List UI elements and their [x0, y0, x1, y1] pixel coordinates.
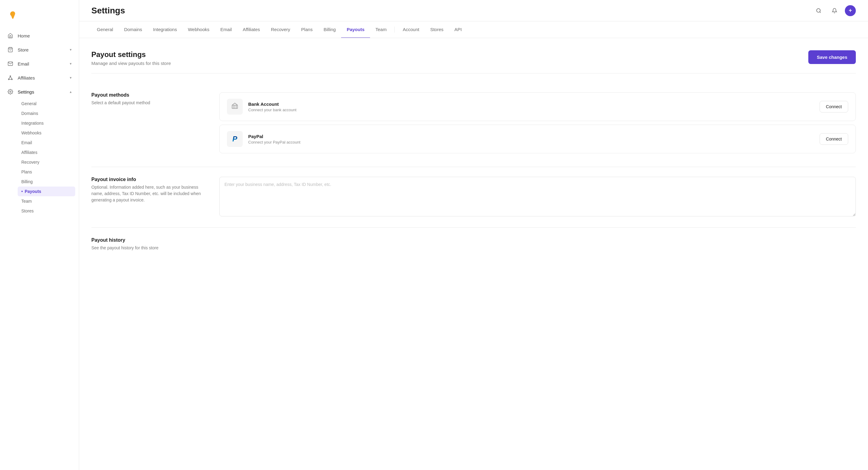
tab-recovery[interactable]: Recovery: [266, 21, 296, 38]
subnav-recovery[interactable]: Recovery: [18, 157, 75, 167]
payout-invoice-title: Payout invoice info: [91, 177, 207, 182]
payout-history-title: Payout history: [91, 237, 207, 243]
tab-separator: [394, 27, 395, 33]
tab-affiliates[interactable]: Affiliates: [237, 21, 265, 38]
store-icon: [7, 47, 13, 53]
tab-integrations[interactable]: Integrations: [148, 21, 182, 38]
svg-line-9: [819, 11, 820, 12]
svg-point-8: [816, 8, 820, 12]
sidebar-item-home[interactable]: Home: [0, 29, 79, 43]
payout-methods-subtitle: Select a default payout method: [91, 100, 207, 106]
bank-account-description: Connect your bank account: [248, 108, 814, 112]
settings-subnav: General Domains Integrations Webhooks Em…: [0, 99, 79, 218]
sidebar-item-email[interactable]: Email ▾: [0, 57, 79, 71]
tab-stores[interactable]: Stores: [425, 21, 449, 38]
payout-methods-content: Bank Account Connect your bank account C…: [219, 92, 856, 157]
sidebar-navigation: Home Store ▾ Email ▾ Affiliates ▾: [0, 29, 79, 464]
tab-api[interactable]: API: [449, 21, 467, 38]
tab-general[interactable]: General: [91, 21, 119, 38]
sidebar-item-affiliates[interactable]: Affiliates ▾: [0, 71, 79, 85]
email-chevron-icon: ▾: [70, 62, 71, 66]
payout-history-label: Payout history See the payout history fo…: [91, 237, 207, 251]
tab-billing[interactable]: Billing: [318, 21, 341, 38]
tab-domains[interactable]: Domains: [119, 21, 147, 38]
subnav-affiliates[interactable]: Affiliates: [18, 148, 75, 157]
email-icon: [7, 61, 13, 67]
subnav-plans[interactable]: Plans: [18, 167, 75, 177]
payout-invoice-content: [219, 177, 856, 217]
affiliates-chevron-icon: ▾: [70, 76, 71, 80]
sidebar-item-settings[interactable]: Settings ▴: [0, 85, 79, 99]
store-chevron-icon: ▾: [70, 48, 71, 52]
bank-connect-button[interactable]: Connect: [819, 101, 848, 113]
paypal-name: PayPal: [248, 134, 814, 139]
notifications-button[interactable]: [829, 5, 840, 16]
tab-team[interactable]: Team: [370, 21, 392, 38]
tab-navigation: General Domains Integrations Webhooks Em…: [79, 21, 868, 38]
main-content: Settings + General Domains Integrations …: [79, 0, 868, 470]
page-header: Settings +: [79, 0, 868, 21]
payout-methods-row: Payout methods Select a default payout m…: [91, 83, 856, 167]
sidebar-item-store-label: Store: [18, 47, 29, 52]
logo: [0, 6, 79, 29]
page-content: Payout settings Manage and view payouts …: [79, 38, 868, 470]
payout-history-content: [219, 237, 856, 251]
tab-payouts[interactable]: Payouts: [341, 21, 370, 38]
subnav-team[interactable]: Team: [18, 196, 75, 206]
payout-history-subtitle: See the payout history for this store: [91, 245, 207, 251]
payout-invoice-label: Payout invoice info Optional. Informatio…: [91, 177, 207, 217]
payout-methods-title: Payout methods: [91, 92, 207, 98]
bank-account-card: Bank Account Connect your bank account C…: [219, 92, 856, 121]
svg-point-1: [10, 76, 11, 77]
subnav-domains[interactable]: Domains: [18, 109, 75, 118]
bank-account-info: Bank Account Connect your bank account: [248, 101, 814, 112]
paypal-icon: P: [232, 135, 237, 143]
tab-email[interactable]: Email: [215, 21, 238, 38]
tab-webhooks[interactable]: Webhooks: [182, 21, 215, 38]
header-actions: +: [813, 5, 856, 16]
tab-plans[interactable]: Plans: [296, 21, 318, 38]
page-section-header: Payout settings Manage and view payouts …: [91, 50, 856, 74]
subnav-stores[interactable]: Stores: [18, 206, 75, 216]
sidebar-item-affiliates-label: Affiliates: [18, 75, 35, 81]
save-changes-button[interactable]: Save changes: [808, 50, 856, 64]
subnav-webhooks[interactable]: Webhooks: [18, 128, 75, 138]
paypal-icon-wrapper: P: [227, 131, 243, 147]
subnav-email[interactable]: Email: [18, 138, 75, 148]
svg-point-7: [10, 91, 11, 93]
sidebar: Home Store ▾ Email ▾ Affiliates ▾: [0, 0, 79, 470]
subnav-payouts[interactable]: Payouts: [18, 186, 75, 196]
affiliates-icon: [7, 75, 13, 81]
sidebar-item-home-label: Home: [18, 33, 30, 38]
page-heading: Payout settings Manage and view payouts …: [91, 50, 171, 66]
payout-invoice-subtitle: Optional. Information added here, such a…: [91, 184, 207, 203]
paypal-card: P PayPal Connect your PayPal account Con…: [219, 125, 856, 153]
paypal-connect-button[interactable]: Connect: [819, 133, 848, 145]
payout-invoice-row: Payout invoice info Optional. Informatio…: [91, 167, 856, 228]
subnav-integrations[interactable]: Integrations: [18, 118, 75, 128]
payout-methods-label: Payout methods Select a default payout m…: [91, 92, 207, 157]
settings-chevron-icon: ▴: [70, 90, 71, 94]
payout-history-row: Payout history See the payout history fo…: [91, 228, 856, 261]
sidebar-item-settings-label: Settings: [18, 89, 34, 94]
home-icon: [7, 33, 13, 39]
paypal-description: Connect your PayPal account: [248, 140, 814, 145]
payout-settings-subtitle: Manage and view payouts for this store: [91, 61, 171, 66]
sidebar-item-store[interactable]: Store ▾: [0, 43, 79, 57]
bank-icon-wrapper: [227, 99, 243, 115]
subnav-general[interactable]: General: [18, 99, 75, 109]
tab-account[interactable]: Account: [397, 21, 425, 38]
search-button[interactable]: [813, 5, 824, 16]
invoice-info-textarea[interactable]: [219, 177, 856, 216]
subnav-billing[interactable]: Billing: [18, 177, 75, 186]
svg-line-4: [9, 77, 10, 79]
payout-settings-title: Payout settings: [91, 50, 171, 59]
settings-icon: [7, 89, 13, 95]
bank-account-name: Bank Account: [248, 101, 814, 107]
bank-icon: [231, 102, 239, 111]
page-title: Settings: [91, 6, 807, 16]
paypal-info: PayPal Connect your PayPal account: [248, 134, 814, 145]
sidebar-item-email-label: Email: [18, 61, 29, 66]
svg-line-5: [10, 77, 12, 79]
user-avatar[interactable]: +: [845, 5, 856, 16]
